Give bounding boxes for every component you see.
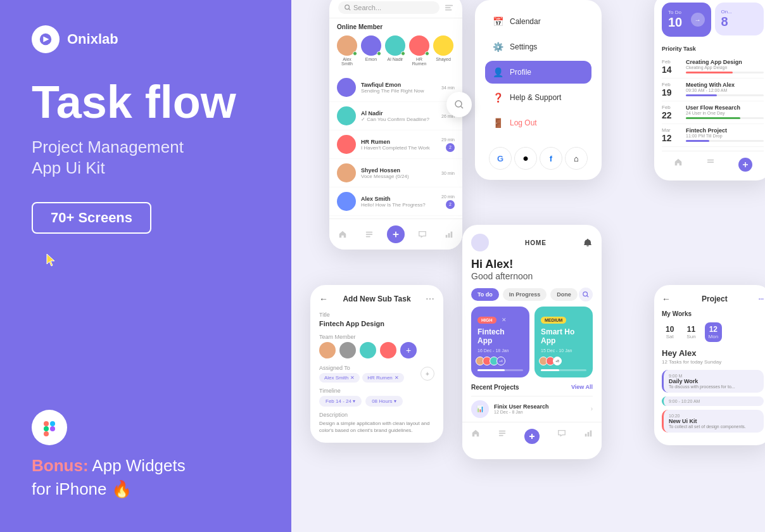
schedule-time: 9:00 M [669, 374, 759, 378]
home-nav[interactable] [334, 225, 351, 243]
hours-chip[interactable]: 08 Hours ▾ [365, 396, 403, 407]
home-social-icon[interactable]: ⌂ [565, 147, 588, 170]
svg-rect-31 [707, 160, 714, 161]
svg-rect-29 [588, 432, 590, 436]
date-item[interactable]: 10 Sat [662, 322, 678, 342]
logo-row: Onixlab [32, 25, 260, 53]
schedule-name: Daily Work [669, 378, 759, 384]
chat-item[interactable]: Alex Smith Hello! How Is The Progress? 2… [329, 187, 462, 216]
proj-dates: 12 Dec - 8 Jan [494, 410, 549, 414]
stats-nav[interactable] [440, 225, 458, 243]
smart-dates: 15 Dec - 10 Jan [541, 348, 586, 353]
menu-social: G ● f ⌂ [475, 139, 602, 170]
cal-item[interactable]: Feb 14 Creating App Design Ckeating App … [662, 56, 764, 79]
schedule-item-2: 9:00 - 10:20 AM [662, 396, 764, 406]
cal-item[interactable]: Feb 22 User Flow Research 24 User in One… [662, 101, 764, 124]
svg-point-8 [345, 5, 350, 10]
view-all[interactable]: View All [571, 384, 593, 391]
event-sub: 09:30 AM - 12:00 AM [686, 88, 764, 92]
project-phone: ← Project ··· My Works 10 Sat 11 Sun 12 … [654, 285, 765, 445]
search-bar[interactable]: Search... [338, 1, 439, 14]
screens-badge: 70+ Screens [32, 202, 151, 234]
desc-label: Description [319, 412, 434, 418]
figma-icon [32, 410, 67, 445]
schedule-item: 9:00 M Daily Work To discuss with proces… [662, 370, 764, 393]
stat-boxes: To Do 10 → On... 8 [662, 3, 764, 41]
date-item[interactable]: 11 Sun [683, 322, 699, 342]
title-value: Fintech App Design [319, 320, 434, 327]
date-item-active[interactable]: 12 Mon [705, 322, 723, 342]
assign-action[interactable]: + [420, 367, 434, 381]
bonus-text: Bonus: App Widgetsfor iPhone 🔥 [32, 454, 260, 500]
more-icon[interactable]: ⋯ [426, 294, 434, 304]
facebook-icon[interactable]: f [540, 147, 562, 170]
brand-name: Onixlab [67, 31, 118, 48]
done-num: 8 [721, 15, 732, 29]
fintech-dates: 16 Dec - 18 Jan [477, 348, 523, 353]
search-placeholder: Search... [353, 4, 381, 11]
google-icon[interactable]: G [489, 147, 512, 170]
card-more: +4 [496, 357, 505, 365]
timeline-row: Feb 14 - 24 ▾ 08 Hours ▾ [319, 396, 434, 407]
cal-item[interactable]: Feb 19 Meeting With Alex 09:30 AM - 12:0… [662, 79, 764, 101]
menu-item-profile[interactable]: 👤 Profile [485, 61, 591, 84]
svg-rect-4 [50, 421, 55, 426]
assignee-chip[interactable]: Alex Smith ✕ [319, 373, 360, 383]
subtask-title: Add New Sub Task [343, 294, 410, 303]
cal-item[interactable]: Mar 12 Fintech Project 11:00 PM Till Dro… [662, 124, 764, 147]
home-header: HOME [462, 225, 602, 255]
tab-todo[interactable]: To do [471, 288, 499, 301]
chat-item[interactable]: Tawfiqul Emon Sending The File Right Now… [329, 73, 462, 102]
assign-chips: Alex Smith ✕ HR Rumen ✕ [319, 373, 404, 383]
subgreeting-text: Good afternoon [471, 271, 593, 281]
fintech-card[interactable]: HIGH ✕ FintechApp 16 Dec - 18 Jan +4 [471, 307, 529, 377]
proj-back-icon[interactable]: ← [662, 294, 671, 304]
tab-done[interactable]: Done [550, 288, 578, 301]
tasks-nav[interactable] [360, 225, 378, 243]
schedule-desc: To discuss with processes for to... [669, 384, 759, 389]
svg-rect-11 [445, 7, 451, 8]
proj-more[interactable]: ··· [759, 296, 764, 303]
menu-item-help[interactable]: ❓ Help & Support [485, 86, 591, 109]
event-sub: 24 User in One Day [686, 111, 764, 115]
subtask-header: ← Add New Sub Task ⋯ [319, 294, 434, 304]
chat-item[interactable]: Shyed Hossen Voce Message (0/24) 30 min [329, 159, 462, 187]
date-row: 10 Sat 11 Sun 12 Mon [662, 322, 764, 342]
priority-label: Priority Task [662, 46, 764, 52]
timeline-chip[interactable]: Feb 14 - 24 ▾ [319, 396, 362, 407]
svg-rect-6 [44, 431, 49, 436]
desc-text: Design a simple application with clean l… [319, 420, 434, 434]
proj-phone-header: ← Project ··· [662, 294, 764, 304]
svg-rect-28 [585, 434, 587, 436]
subtask-phone: ← Add New Sub Task ⋯ Title Fintech App D… [310, 285, 443, 443]
add-nav[interactable] [387, 225, 405, 243]
npm-icon[interactable]: ● [514, 147, 537, 170]
menu-item-calendar[interactable]: 📅 Calendar [485, 10, 591, 33]
project-item[interactable]: 📊 Finix User Research 12 Dec - 8 Jan › [471, 396, 593, 422]
assignee-chip[interactable]: HR Rumen ✕ [362, 373, 404, 383]
svg-rect-10 [445, 5, 453, 6]
cal-bottom-nav [662, 151, 764, 172]
cal-add-btn[interactable] [738, 158, 752, 172]
svg-rect-23 [499, 430, 506, 431]
recent-title-text: Recent Projects [471, 384, 519, 391]
event-name: Fintech Project [686, 127, 764, 134]
menu-item-logout[interactable]: 🚪 Log Out [485, 111, 591, 134]
chat-nav[interactable] [414, 225, 431, 243]
add-member-button[interactable]: + [400, 342, 417, 358]
proj-phone-title: Project [702, 294, 728, 303]
my-works-label: My Works [662, 310, 764, 317]
menu-item-settings[interactable]: ⚙️ Settings [485, 35, 591, 58]
logo-icon [32, 25, 60, 53]
back-icon[interactable]: ← [319, 294, 328, 304]
smart-card[interactable]: MEDIUM Smart HoApp 15 Dec - 10 Jan +8 [534, 307, 593, 377]
team-av [319, 342, 336, 358]
member-avatar [337, 35, 357, 56]
chat-item[interactable]: Al Nadir ✓ Can You Confirm Deadline? 26 … [329, 102, 462, 130]
chat-item[interactable]: HR Rumen I Haven't Completed The Work 29… [329, 130, 462, 159]
event-name: User Flow Research [686, 104, 764, 111]
event-sub: 11:00 PM Till Drop [686, 134, 764, 138]
tab-inprogress[interactable]: In Progress [503, 288, 547, 301]
chat-bottom-nav [329, 218, 462, 250]
main-title: Task flow [32, 79, 260, 127]
